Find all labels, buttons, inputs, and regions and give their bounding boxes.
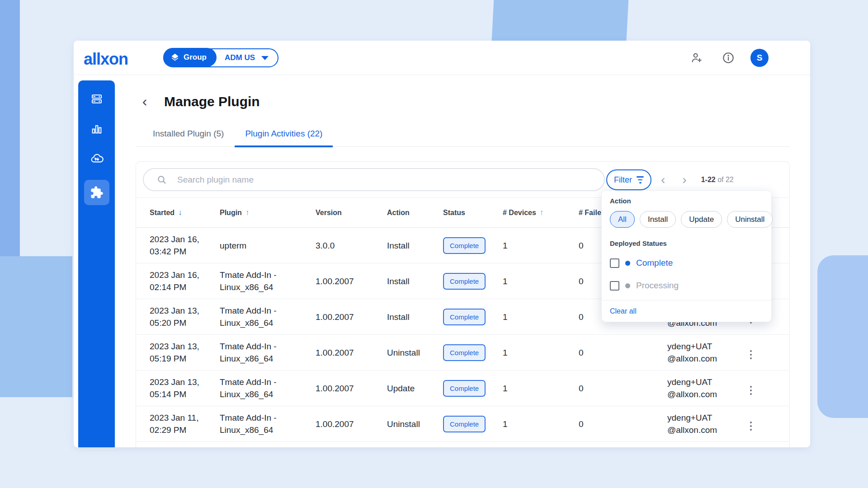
kebab-menu-icon[interactable] <box>747 419 755 433</box>
cell-devices: 1 <box>503 418 579 430</box>
sidebar-item-devices[interactable] <box>84 90 109 108</box>
pagination-label: 1-22 of 22 <box>701 176 734 184</box>
cell-version: 1.00.2007 <box>316 275 387 287</box>
screen: allxon Group ADM US <box>0 0 868 488</box>
complete-dot-icon <box>625 261 630 266</box>
cell-devices: 1 <box>503 382 579 394</box>
tab-installed-plugin[interactable]: Installed Plugin (5) <box>142 125 234 146</box>
cell-plugin: Tmate Add-In -Linux_x86_64 <box>220 305 316 329</box>
user-avatar[interactable]: S <box>750 49 769 67</box>
col-started[interactable]: Started↓ <box>150 208 220 217</box>
page-next-button[interactable]: › <box>679 174 689 186</box>
filter-action-update[interactable]: Update <box>681 211 722 228</box>
info-icon[interactable] <box>721 51 736 65</box>
cell-action: Uninstall <box>387 418 443 430</box>
layers-icon <box>170 53 179 62</box>
sort-asc-icon[interactable]: ↑ <box>245 208 250 217</box>
filter-button-label: Filter <box>614 175 632 185</box>
cell-plugin: Tmate Add-In -Linux_x86_64 <box>220 412 316 436</box>
bg-shape-right-block <box>817 255 868 418</box>
bg-shape-left-block <box>0 256 72 397</box>
cell-plugin: Tmate Add-In -Linux_x86_64 <box>220 376 316 400</box>
status-badge: Complete <box>443 309 486 325</box>
complete-checkbox[interactable] <box>610 258 619 268</box>
filter-panel-divider <box>602 300 771 300</box>
cell-plugin: upterm <box>220 239 316 252</box>
table-row: 2023 Jan 13,05:19 PM Tmate Add-In -Linux… <box>136 335 789 371</box>
org-segment[interactable]: ADM US <box>217 53 278 62</box>
cloud-sync-icon <box>90 151 104 166</box>
col-version: Version <box>316 209 387 217</box>
kebab-menu-icon[interactable] <box>747 383 755 398</box>
server-icon <box>90 92 104 106</box>
app-window: allxon Group ADM US <box>74 41 810 447</box>
sidebar-item-plugins[interactable] <box>84 180 109 205</box>
search-box[interactable] <box>143 168 605 191</box>
invite-user-button[interactable] <box>689 51 704 65</box>
cell-version: 1.00.2007 <box>316 311 387 323</box>
group-label: Group <box>184 53 207 62</box>
status-badge: Complete <box>443 380 486 397</box>
processing-option-label: Processing <box>636 281 679 291</box>
back-button[interactable]: ‹ <box>138 94 151 108</box>
cell-version: 3.0.0 <box>316 239 387 252</box>
cell-devices: 1 <box>503 347 579 359</box>
cell-row-menu <box>737 379 764 398</box>
col-action: Action <box>387 209 443 217</box>
filter-action-label: Action <box>610 197 763 205</box>
search-input[interactable] <box>177 175 575 185</box>
bg-shape-top <box>492 0 629 41</box>
status-badge: Complete <box>443 416 486 432</box>
bar-chart-icon <box>90 122 104 136</box>
kebab-menu-icon[interactable] <box>747 347 755 362</box>
sort-desc-icon[interactable]: ↓ <box>178 208 182 217</box>
cell-plugin: Tmate Add-In -Linux_x86_64 <box>220 269 316 293</box>
table-row: 2023 Jan 11,02:29 PM Tmate Add-In -Linux… <box>136 406 789 442</box>
filter-action-all[interactable]: All <box>610 211 635 228</box>
app-header: allxon Group ADM US <box>74 41 810 75</box>
pagination-range: 1-22 <box>701 176 716 183</box>
table-row: 2023 Jan 13,05:14 PM Tmate Add-In -Linux… <box>136 371 789 406</box>
cell-failed: 0 <box>579 418 667 430</box>
cell-deployed-by: ydeng+UAT@allxon.com <box>667 340 737 365</box>
status-badge: Complete <box>443 273 486 290</box>
cell-status: Complete <box>443 273 503 290</box>
clear-all-link[interactable]: Clear all <box>610 307 637 315</box>
col-devices[interactable]: # Devices↑ <box>503 208 579 217</box>
group-org-switcher[interactable]: Group ADM US <box>163 48 278 67</box>
group-segment[interactable]: Group <box>163 48 217 67</box>
cell-status: Complete <box>443 344 503 361</box>
page-prev-button[interactable]: ‹ <box>658 174 668 186</box>
cell-started: 2023 Jan 16,02:14 PM <box>150 269 220 293</box>
cell-action: Install <box>387 239 443 252</box>
tab-plugin-activities[interactable]: Plugin Activities (22) <box>235 125 333 147</box>
chevron-down-icon <box>261 56 269 60</box>
cell-devices: 1 <box>503 239 579 252</box>
sidebar-item-dashboard[interactable] <box>84 120 109 137</box>
col-plugin[interactable]: Plugin↑ <box>220 208 316 217</box>
processing-checkbox[interactable] <box>610 281 619 291</box>
cell-plugin: Tmate Add-In -Linux_x86_64 <box>220 340 316 365</box>
cell-deployed-by: ydeng+UAT@allxon.com <box>667 376 737 400</box>
puzzle-icon <box>90 186 104 199</box>
cell-version: 1.00.2007 <box>316 382 387 394</box>
cell-row-menu <box>737 343 764 362</box>
bg-shape-left-strip <box>0 0 20 258</box>
cell-status: Complete <box>443 380 503 397</box>
col-status: Status <box>443 209 503 217</box>
sidebar-item-ota[interactable] <box>84 150 109 167</box>
cell-started: 2023 Jan 16,03:42 PM <box>150 233 220 258</box>
cell-version: 1.00.2007 <box>316 418 387 430</box>
cell-row-menu <box>737 414 764 433</box>
page-title: Manage Plugin <box>164 94 260 109</box>
filter-dropdown-panel: Action All Install Update Uninstall Depl… <box>601 190 772 322</box>
filter-button[interactable]: Filter <box>606 169 651 190</box>
processing-dot-icon <box>625 283 630 288</box>
sort-asc-icon[interactable]: ↑ <box>540 208 544 217</box>
allxon-logo: allxon <box>84 50 128 69</box>
cell-failed: 0 <box>579 382 667 394</box>
filter-action-uninstall[interactable]: Uninstall <box>727 211 773 228</box>
filter-action-install[interactable]: Install <box>640 211 676 228</box>
filter-icon <box>637 176 644 183</box>
cell-failed: 0 <box>579 347 667 359</box>
